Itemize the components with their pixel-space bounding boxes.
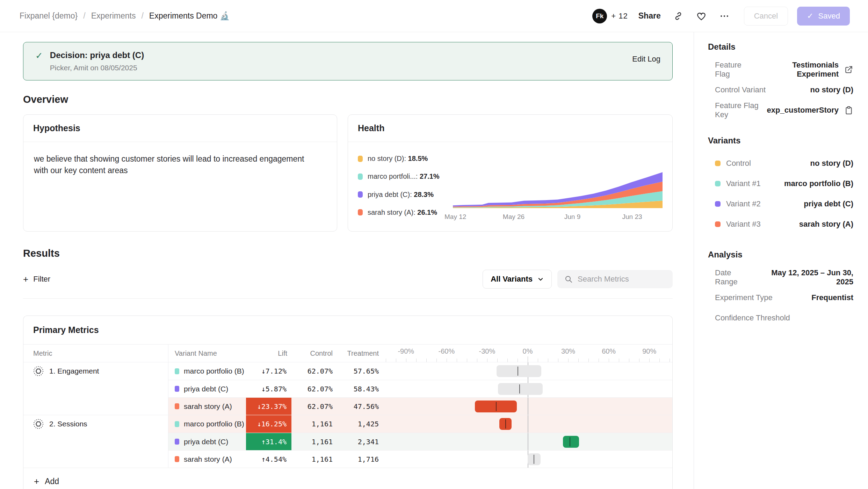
lift-axis-tick (396, 359, 396, 362)
health-legend: no story (D): 18.5%marco portfoli...: 27… (358, 150, 453, 224)
saved-button[interactable]: ✓ Saved (797, 7, 850, 26)
sidebar-row: Date RangeMay 12, 2025 – Jun 30, 2025 (708, 267, 853, 288)
breadcrumb-item[interactable]: Experiments Demo 🔬 (149, 11, 230, 21)
zero-baseline (528, 433, 528, 450)
lift-marker (534, 455, 534, 464)
add-metric-button[interactable]: + Add (34, 476, 59, 487)
favorite-button[interactable] (694, 9, 708, 23)
more-button[interactable] (717, 9, 731, 23)
avatar[interactable]: Fk (592, 9, 607, 23)
edit-log-button[interactable]: Edit Log (632, 55, 660, 64)
add-metric-label: Add (45, 477, 59, 486)
sidebar-row-label: Feature Flag (715, 61, 755, 79)
link-icon (673, 11, 683, 21)
table-row[interactable]: sarah story (A)↑4.54%1,1611,716 (168, 450, 672, 468)
lift-marker (505, 419, 506, 428)
sidebar-row: Variant #1marco portfolio (B) (708, 173, 853, 194)
variant-color-swatch (175, 456, 179, 462)
lift-axis-tick (538, 359, 538, 362)
lift-axis-tick-label: 60% (602, 347, 616, 355)
health-x-tick-label: May 26 (503, 213, 525, 221)
table-row[interactable]: priya debt (C)↓5.87%62.07%58.43% (168, 380, 672, 397)
variant-color-swatch (715, 181, 721, 186)
sidebar-row: Feature Flag Keyexp_customerStory (708, 100, 853, 120)
confidence-interval-cell (383, 380, 672, 397)
lift-axis-tick (619, 359, 619, 362)
lift-axis-tick (670, 359, 670, 362)
metrics-table-header: Metric Variant Name Lift Control Treatme… (23, 345, 672, 362)
lift-value: ↑4.54% (246, 451, 291, 468)
search-metrics-input[interactable] (578, 275, 666, 284)
lift-axis-tick (386, 359, 386, 362)
table-row[interactable]: priya debt (C)↑31.4%1,1612,341 (168, 433, 672, 450)
variants-dropdown-label: All Variants (491, 275, 533, 284)
variant-name-cell: priya debt (C) (168, 433, 246, 450)
results-heading: Results (23, 248, 673, 259)
health-legend-item: no story (D): 18.5% (358, 155, 453, 163)
zero-baseline (528, 398, 528, 415)
sidebar-row: Experiment TypeFrequentist (708, 288, 853, 308)
sidebar-row-label: Feature Flag Key (715, 101, 767, 119)
external-link-icon[interactable] (844, 65, 853, 74)
health-x-tick-label: May 12 (444, 213, 466, 221)
breadcrumb-item[interactable]: Fixpanel {demo} (20, 11, 78, 21)
variants-dropdown[interactable]: All Variants (483, 270, 552, 289)
metric-group: 2. Sessionsmarco portfolio (B)↓16.25%1,1… (23, 415, 672, 468)
lift-axis-tick (528, 356, 528, 362)
sidebar-row-value: no story (D) (810, 85, 853, 94)
sidebar-row-label: Confidence Threshold (715, 313, 790, 323)
lift-axis-tick (436, 359, 437, 362)
breadcrumb-item[interactable]: Experiments (91, 11, 136, 21)
treatment-value: 2,341 (337, 433, 383, 450)
variant-color-swatch (715, 221, 721, 227)
cancel-button[interactable]: Cancel (744, 7, 788, 26)
lift-axis-tick (558, 359, 558, 362)
lift-axis-tick (487, 359, 487, 362)
treatment-value: 58.43% (337, 380, 383, 397)
plus-icon: + (34, 476, 39, 487)
breadcrumb: Fixpanel {demo}/Experiments/Experiments … (20, 11, 230, 21)
health-x-axis: May 12May 26Jun 9Jun 23 (453, 213, 663, 223)
sidebar-row-label: Variant #1 (726, 179, 761, 188)
control-value: 62.07% (291, 380, 337, 397)
table-row[interactable]: marco portfolio (B)↓16.25%1,1611,425 (168, 415, 672, 433)
health-legend-item: priya debt (C): 28.3% (358, 191, 453, 199)
metrics-table-body: 1. Engagementmarco portfolio (B)↓7.12%62… (23, 362, 672, 468)
metric-name: 1. Engagement (49, 366, 99, 375)
overview-heading: Overview (23, 94, 673, 105)
search-icon (564, 275, 573, 283)
lift-axis-tick (497, 359, 498, 362)
col-header-variant: Variant Name (168, 345, 246, 362)
lift-axis-tick (609, 359, 609, 362)
breadcrumb-separator: / (141, 11, 143, 21)
variant-name: sarah story (A) (184, 402, 232, 411)
lift-value: ↑31.4% (246, 433, 291, 450)
lift-axis-tick (507, 359, 508, 362)
lift-value: ↓16.25% (246, 415, 291, 433)
health-legend-label: marco portfoli...: 27.1% (368, 172, 440, 180)
sidebar-row-value: Frequentist (811, 293, 853, 302)
table-row[interactable]: marco portfolio (B)↓7.12%62.07%57.65% (168, 362, 672, 380)
table-row[interactable]: sarah story (A)↓23.37%62.07%47.56% (168, 397, 672, 415)
chevron-down-icon (537, 276, 544, 282)
decision-subtitle: Picker, Amit on 08/05/2025 (50, 64, 144, 72)
confidence-interval-cell (383, 398, 672, 415)
variant-color-swatch (175, 368, 179, 374)
add-filter-button[interactable]: + Filter (23, 274, 50, 285)
share-button[interactable]: Share (637, 9, 662, 23)
confidence-interval-bar (497, 365, 541, 377)
lift-axis-tick (416, 359, 417, 362)
metric-cell[interactable]: 2. Sessions (23, 415, 168, 468)
sidebar-row-label: Variant #3 (726, 220, 761, 229)
metric-cell[interactable]: 1. Engagement (23, 362, 168, 415)
variant-name: marco portfolio (B) (184, 420, 244, 428)
sidebar-row-label: Control Variant (715, 85, 766, 94)
variant-color-swatch (715, 161, 721, 166)
confidence-interval-bar (563, 436, 579, 448)
lift-axis-tick (588, 359, 589, 362)
collaborators-count[interactable]: + 12 (611, 12, 628, 21)
confidence-interval-cell (383, 451, 672, 468)
copy-link-button[interactable] (671, 9, 685, 23)
analysis-heading: Analysis (708, 250, 853, 260)
clipboard-icon[interactable] (844, 106, 853, 115)
